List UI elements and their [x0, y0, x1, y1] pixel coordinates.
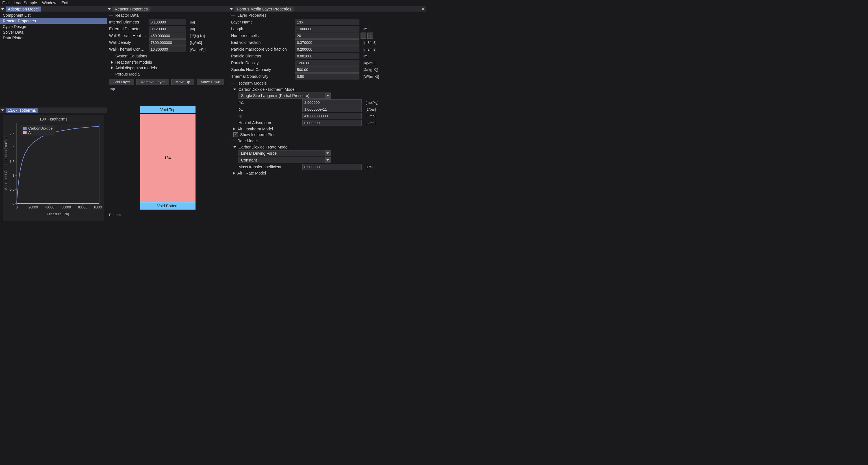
input-external-diameter[interactable] — [149, 26, 186, 32]
panel-title: 13X - Isotherms — [6, 108, 38, 113]
close-icon[interactable]: × — [422, 6, 424, 11]
unit-jmol: [J/mol] — [364, 114, 385, 118]
tree-co2-isotherm[interactable]: CarbonDioxide - Isotherm Model — [229, 87, 426, 92]
reactor-void-bottom: Void Bottom — [140, 202, 196, 210]
input-mtc[interactable] — [302, 164, 362, 170]
input-particle-diameter[interactable] — [295, 53, 360, 59]
unit-m: [m] — [362, 27, 383, 31]
svg-text:20000: 20000 — [29, 205, 38, 209]
reactor-schematic[interactable]: Void Top 13X Void Bottom — [140, 106, 196, 210]
caret-right-icon — [234, 172, 235, 175]
menu-window[interactable]: Window — [42, 1, 56, 5]
input-internal-diameter[interactable] — [149, 19, 186, 25]
section-porous-media: Porous Media — [107, 71, 229, 78]
legend-co2: CarbonDioxide — [28, 126, 53, 130]
svg-text:80000: 80000 — [78, 205, 88, 209]
nav-item-data-plotter[interactable]: Data Plotter — [0, 35, 107, 41]
label-specific-heat: Specific Heat Capacity — [231, 67, 293, 72]
nav-item-reactor-properties[interactable]: Reactor Properties — [0, 18, 107, 24]
input-length[interactable] — [295, 26, 360, 32]
label-bed-void: Bed void fraction — [231, 40, 293, 45]
nav-list: Component List Reactor Properties Cycle … — [0, 12, 107, 41]
reactor-properties-panel-header[interactable]: Reactor Properties — [107, 6, 229, 12]
section-reactor-data: Reactor Data — [107, 12, 229, 19]
unit-1s: [1/s] — [364, 165, 385, 169]
svg-text:40000: 40000 — [45, 205, 55, 209]
caret-down-icon — [234, 89, 236, 90]
label-heat-adsorption: Heat of Adsorption — [239, 120, 300, 125]
porous-layer-panel-header[interactable]: Porous Media Layer Properties × — [229, 6, 426, 12]
move-up-button[interactable]: Move Up — [171, 79, 194, 85]
label-wall-rho: Wall Density — [109, 40, 146, 45]
label-q1: q1 — [239, 114, 300, 118]
checkmark-icon: ✓ — [234, 133, 238, 137]
input-particle-density[interactable] — [295, 60, 360, 66]
unit-m3m3: [m3/m3] — [362, 40, 383, 45]
input-wall-k[interactable] — [149, 46, 186, 52]
unit-kgm3: [kg/m3] — [362, 61, 383, 65]
nav-item-solver-data[interactable]: Solver Data — [0, 29, 107, 35]
tree-co2-rate[interactable]: CarbonDioxide - Rate Model — [229, 144, 426, 150]
isotherm-chart: 13X - Isotherms 020000400006000080000100… — [3, 115, 104, 221]
dropdown-isotherm-model[interactable]: Single Site Langmuir (Partial Pressure) — [239, 92, 331, 99]
input-layer-name[interactable] — [295, 19, 360, 25]
adsorption-model-panel-header[interactable]: Adsorption Model — [0, 6, 107, 12]
remove-layer-button[interactable]: Remove Layer — [136, 79, 169, 85]
panel-title: Reactor Properties — [113, 6, 150, 11]
input-q1[interactable] — [302, 113, 362, 119]
tree-heat-transfer-models[interactable]: Heat transfer models — [107, 59, 229, 65]
dropdown-rate-model[interactable]: Linear Driving Force — [239, 150, 331, 156]
svg-text:60000: 60000 — [62, 205, 71, 209]
section-layer-properties: Layer Properties — [229, 12, 426, 19]
menu-load-sample[interactable]: Load Sample — [14, 1, 37, 5]
label-cells: Number of cells — [231, 33, 293, 38]
unit-kgm3: [kg/m3] — [188, 40, 210, 45]
input-specific-heat[interactable] — [295, 66, 360, 73]
label-particle-diameter: Particle Diameter — [231, 54, 293, 58]
collapse-icon — [1, 8, 4, 10]
cells-increment-button[interactable]: + — [367, 32, 373, 39]
add-layer-button[interactable]: Add Layer — [109, 79, 134, 85]
label-particle-density: Particle Density — [231, 61, 293, 65]
caret-down-icon — [234, 146, 236, 148]
cells-decrement-button[interactable]: - — [361, 32, 366, 39]
tree-air-isotherm[interactable]: Air - Isotherm Model — [229, 126, 426, 132]
menu-exit[interactable]: Exit — [61, 1, 68, 5]
section-isotherm-models: Isotherm Models — [229, 80, 426, 87]
reactor-void-top: Void Top — [140, 106, 196, 114]
unit-m: [m] — [188, 20, 210, 24]
svg-text:1.5: 1.5 — [10, 160, 14, 164]
label-length: Length — [231, 27, 293, 31]
input-bed-void[interactable] — [295, 39, 360, 46]
nav-item-component-list[interactable]: Component List — [0, 12, 107, 18]
tree-air-rate[interactable]: Air - Rate Model — [229, 170, 426, 176]
nav-item-cycle-design[interactable]: Cycle Design — [0, 24, 107, 29]
collapse-icon — [230, 8, 233, 10]
menu-file[interactable]: File — [2, 1, 9, 5]
caret-right-icon — [234, 127, 235, 130]
input-wall-cp[interactable] — [149, 32, 186, 39]
dropdown-rate-model-2[interactable]: Constant — [239, 157, 331, 163]
panel-title: Adsorption Model — [6, 6, 41, 11]
input-m1[interactable] — [302, 99, 362, 106]
chevron-down-icon — [327, 95, 329, 96]
svg-text:100000: 100000 — [94, 205, 102, 209]
input-b1[interactable] — [302, 106, 362, 112]
unit-molkg: [mol/kg] — [364, 100, 385, 105]
input-cells[interactable] — [295, 32, 360, 39]
label-wall-cp: Wall Specific Heat Capa — [109, 33, 146, 38]
input-thermal-cond[interactable] — [295, 73, 360, 80]
input-wall-rho[interactable] — [149, 39, 186, 46]
panel-title: Porous Media Layer Properties — [235, 6, 293, 11]
label-m1: m1 — [239, 100, 300, 105]
isotherms-panel-header[interactable]: 13X - Isotherms — [0, 108, 107, 113]
input-macro-void[interactable] — [295, 46, 360, 52]
move-down-button[interactable]: Move Down — [197, 79, 225, 85]
caret-right-icon — [111, 66, 113, 69]
svg-text:Pressure [Pa]: Pressure [Pa] — [47, 212, 69, 216]
checkbox-show-isotherm-plot[interactable]: ✓ Show Isotherm Plot — [229, 132, 426, 138]
input-heat-adsorption[interactable] — [302, 120, 362, 126]
chevron-down-icon — [327, 159, 329, 161]
section-rate-models: Rate Models — [229, 138, 426, 144]
tree-axial-dispersion-models[interactable]: Axial dispersion models — [107, 65, 229, 71]
